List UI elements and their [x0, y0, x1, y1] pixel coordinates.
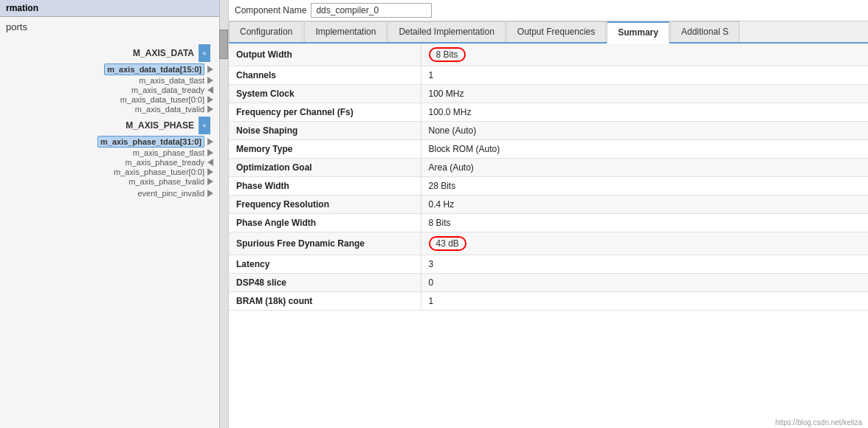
port-group-header: M_AXIS_PHASE ≡ — [0, 117, 228, 134]
table-row: Frequency per Channel (Fs)100.0 MHz — [229, 103, 868, 122]
table-row: Output Width8 Bits — [229, 44, 868, 66]
port-name: m_axis_data_tready — [131, 86, 204, 94]
row-value: None (Auto) — [421, 122, 868, 140]
row-value: Area (Auto) — [421, 159, 868, 177]
row-label: Channels — [229, 66, 421, 85]
table-row: System Clock100 MHz — [229, 85, 868, 103]
port-item: m_axis_phase_tvalid — [0, 177, 228, 186]
scroll-indicator[interactable] — [219, 0, 228, 428]
table-row: Frequency Resolution0.4 Hz — [229, 196, 868, 214]
row-label: BRAM (18k) count — [229, 292, 421, 311]
component-name-input[interactable] — [311, 3, 432, 18]
table-row: BRAM (18k) count1 — [229, 292, 868, 311]
table-row: Noise ShapingNone (Auto) — [229, 122, 868, 140]
tab-summary[interactable]: Summary — [607, 21, 669, 44]
port-group-icon: ≡ — [199, 44, 210, 62]
port-item: m_axis_phase_tuser[0:0] — [0, 168, 228, 176]
port-arrow-right-icon — [207, 168, 213, 176]
row-value: 28 Bits — [421, 177, 868, 196]
port-arrow-right-icon — [207, 190, 213, 197]
port-name: m_axis_phase_tready — [125, 158, 204, 167]
port-group-event: event_pinc_invalid — [0, 189, 228, 198]
port-name: m_axis_phase_tdata[31:0] — [97, 136, 204, 148]
component-name-bar: Component Name — [229, 0, 868, 21]
summary-table: Output Width8 BitsChannels1System Clock1… — [229, 44, 868, 428]
port-name: m_axis_data_tlast — [139, 76, 204, 85]
port-arrow-right-icon — [207, 96, 213, 103]
ports-label: ports — [0, 17, 228, 37]
summary-data-table: Output Width8 BitsChannels1System Clock1… — [229, 44, 868, 311]
port-name: m_axis_phase_tvalid — [128, 177, 204, 186]
port-arrow-left-icon — [207, 159, 213, 166]
port-group-title: M_AXIS_DATA — [133, 48, 194, 58]
row-label: Spurious Free Dynamic Range — [229, 232, 421, 255]
port-name: m_axis_phase_tuser[0:0] — [114, 168, 204, 176]
row-label: System Clock — [229, 85, 421, 103]
row-value: Block ROM (Auto) — [421, 140, 868, 159]
table-row: Latency3 — [229, 255, 868, 274]
port-arrow-right-icon — [207, 178, 213, 185]
table-row: Spurious Free Dynamic Range43 dB — [229, 232, 868, 255]
row-value: 0.4 Hz — [421, 196, 868, 214]
tab-output-frequencies[interactable]: Output Frequencies — [506, 21, 606, 42]
circled-value: 43 dB — [429, 236, 466, 251]
port-group-title: M_AXIS_PHASE — [125, 120, 194, 131]
port-arrow-right-icon — [207, 66, 213, 73]
tabs-bar: Configuration Implementation Detailed Im… — [229, 21, 868, 44]
port-arrow-right-icon — [207, 138, 213, 145]
row-label: DSP48 slice — [229, 274, 421, 292]
row-value: 8 Bits — [421, 44, 868, 66]
port-arrow-right-icon — [207, 77, 213, 84]
tab-detailed-implementation[interactable]: Detailed Implementation — [388, 21, 505, 42]
row-value: 3 — [421, 255, 868, 274]
port-name: m_axis_phase_tlast — [133, 148, 204, 157]
circled-value: 8 Bits — [429, 47, 466, 62]
row-label: Output Width — [229, 44, 421, 66]
port-item: m_axis_data_tuser[0:0] — [0, 95, 228, 104]
scroll-thumb[interactable] — [219, 30, 228, 59]
table-row: Phase Width28 Bits — [229, 177, 868, 196]
left-top-bar: rmation — [0, 0, 228, 17]
ports-container: M_AXIS_DATA ≡ m_axis_data_tdata[15:0] m_… — [0, 37, 228, 428]
row-label: Frequency Resolution — [229, 196, 421, 214]
port-item: m_axis_phase_tdata[31:0] — [0, 136, 228, 148]
port-group-m-axis-phase: M_AXIS_PHASE ≡ m_axis_phase_tdata[31:0] … — [0, 117, 228, 186]
port-name: m_axis_data_tdata[15:0] — [104, 63, 204, 75]
row-value: 0 — [421, 274, 868, 292]
right-panel: Component Name Configuration Implementat… — [229, 0, 868, 428]
port-name: m_axis_data_tuser[0:0] — [120, 95, 204, 104]
row-value: 8 Bits — [421, 214, 868, 232]
port-item: m_axis_data_tdata[15:0] — [0, 63, 228, 75]
port-item: m_axis_data_tvalid — [0, 105, 228, 114]
row-label: Phase Angle Width — [229, 214, 421, 232]
row-label: Latency — [229, 255, 421, 274]
table-row: Optimization GoalArea (Auto) — [229, 159, 868, 177]
row-label: Phase Width — [229, 177, 421, 196]
row-value: 100.0 MHz — [421, 103, 868, 122]
tab-implementation[interactable]: Implementation — [304, 21, 387, 42]
port-group-header: M_AXIS_DATA ≡ — [0, 44, 228, 62]
tab-additional[interactable]: Additional S — [670, 21, 740, 42]
table-row: Memory TypeBlock ROM (Auto) — [229, 140, 868, 159]
port-item: m_axis_data_tready — [0, 86, 228, 94]
port-arrow-right-icon — [207, 106, 213, 113]
port-name: event_pinc_invalid — [137, 189, 204, 198]
row-value: 100 MHz — [421, 85, 868, 103]
row-value: 1 — [421, 66, 868, 85]
port-arrow-left-icon — [207, 86, 213, 94]
row-value: 43 dB — [421, 232, 868, 255]
port-name: m_axis_data_tvalid — [135, 105, 204, 114]
left-panel: rmation ports M_AXIS_DATA ≡ m_axis_data_… — [0, 0, 229, 428]
port-group-m-axis-data: M_AXIS_DATA ≡ m_axis_data_tdata[15:0] m_… — [0, 44, 228, 114]
port-arrow-right-icon — [207, 149, 213, 156]
port-item: m_axis_phase_tlast — [0, 148, 228, 157]
port-item: m_axis_data_tlast — [0, 76, 228, 85]
top-bar-label: rmation — [6, 3, 38, 13]
row-label: Noise Shaping — [229, 122, 421, 140]
tab-configuration[interactable]: Configuration — [229, 21, 303, 42]
row-label: Optimization Goal — [229, 159, 421, 177]
table-row: Phase Angle Width8 Bits — [229, 214, 868, 232]
port-item: m_axis_phase_tready — [0, 158, 228, 167]
port-group-icon: ≡ — [199, 117, 210, 134]
table-row: Channels1 — [229, 66, 868, 85]
